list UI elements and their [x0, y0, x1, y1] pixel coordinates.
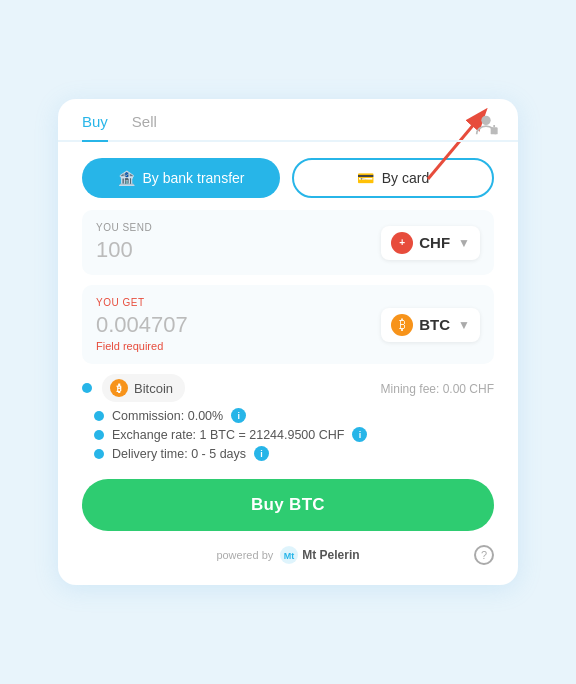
footer: powered by Mt Mt Pelerin ?: [58, 541, 518, 565]
tab-sell[interactable]: Sell: [132, 113, 157, 142]
get-amount[interactable]: 0.004707: [96, 312, 188, 338]
you-get-section: YOU GET 0.004707 Field required ₿ BTC ▼: [82, 285, 494, 364]
bank-transfer-button[interactable]: 🏦 By bank transfer: [82, 158, 280, 198]
mt-pelerin-logo-icon: Mt: [279, 545, 299, 565]
send-currency-selector[interactable]: + CHF ▼: [381, 226, 480, 260]
btc-flag-icon: ₿: [391, 314, 413, 336]
bitcoin-small-icon: ₿: [110, 379, 128, 397]
main-card: Buy Sell 🏦 By bank transfer 💳 By card YO…: [58, 99, 518, 585]
svg-rect-3: [491, 127, 498, 134]
delivery-time-text: Delivery time: 0 - 5 days: [112, 447, 246, 461]
by-card-button[interactable]: 💳 By card: [292, 158, 494, 198]
mining-fee-text: Mining fee: 0.00 CHF: [381, 382, 494, 396]
get-currency-code: BTC: [419, 316, 450, 333]
exchange-rate-text: Exchange rate: 1 BTC = 21244.9500 CHF: [112, 428, 344, 442]
tabs-bar: Buy Sell: [58, 99, 518, 142]
send-chevron-icon: ▼: [458, 236, 470, 250]
card-label: By card: [382, 170, 429, 186]
user-profile-icon[interactable]: [472, 111, 500, 143]
get-currency-selector[interactable]: ₿ BTC ▼: [381, 308, 480, 342]
you-send-label: YOU SEND: [96, 222, 152, 233]
help-icon[interactable]: ?: [474, 545, 494, 565]
svg-text:Mt: Mt: [284, 551, 295, 561]
payment-methods: 🏦 By bank transfer 💳 By card: [58, 142, 518, 210]
card-icon: 💳: [357, 170, 374, 186]
send-currency-code: CHF: [419, 234, 450, 251]
you-get-label: YOU GET: [96, 297, 188, 308]
delivery-time-info-icon[interactable]: i: [254, 446, 269, 461]
svg-point-2: [481, 116, 490, 125]
buy-btc-button[interactable]: Buy BTC: [82, 479, 494, 531]
powered-by-label: powered by: [216, 549, 273, 561]
tab-buy[interactable]: Buy: [82, 113, 108, 142]
get-chevron-icon: ▼: [458, 318, 470, 332]
commission-info-icon[interactable]: i: [231, 408, 246, 423]
bitcoin-tag[interactable]: ₿ Bitcoin: [102, 374, 185, 402]
bank-icon: 🏦: [118, 170, 135, 186]
get-input-group: YOU GET 0.004707 Field required: [96, 297, 188, 352]
brand-name: Mt Pelerin: [302, 548, 359, 562]
exchange-rate-info-icon[interactable]: i: [352, 427, 367, 442]
send-input-group: YOU SEND 100: [96, 222, 152, 263]
bitcoin-tag-label: Bitcoin: [134, 381, 173, 396]
you-send-section: YOU SEND 100 + CHF ▼: [82, 210, 494, 275]
commission-text: Commission: 0.00%: [112, 409, 223, 423]
send-amount[interactable]: 100: [96, 237, 152, 263]
field-required-text: Field required: [96, 340, 188, 352]
chf-flag-icon: +: [391, 232, 413, 254]
mt-pelerin-brand: Mt Mt Pelerin: [279, 545, 359, 565]
bank-transfer-label: By bank transfer: [143, 170, 245, 186]
